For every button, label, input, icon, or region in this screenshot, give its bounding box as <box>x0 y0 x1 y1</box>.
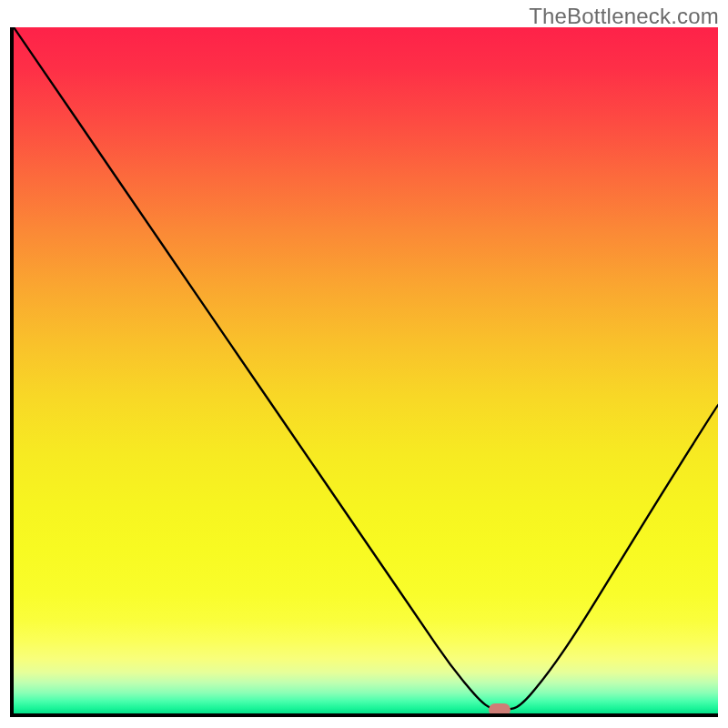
chart-container: TheBottleneck.com <box>0 0 728 728</box>
plot-area <box>10 27 718 717</box>
optimal-point-marker <box>489 703 511 716</box>
watermark-text: TheBottleneck.com <box>529 4 719 29</box>
bottleneck-curve <box>14 27 718 713</box>
